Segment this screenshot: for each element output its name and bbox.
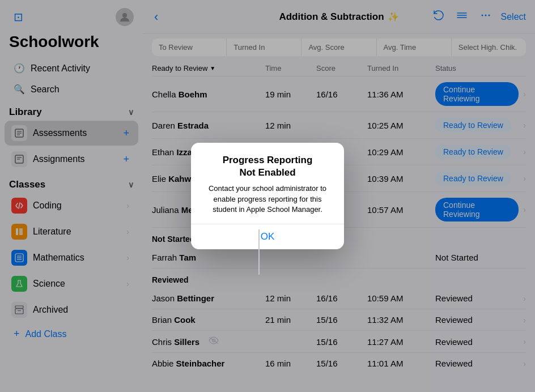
modal-ok-button[interactable]: OK: [191, 224, 344, 249]
modal-overlay: Progress ReportingNot Enabled Contact yo…: [0, 0, 535, 392]
modal-body: Progress ReportingNot Enabled Contact yo…: [191, 143, 344, 215]
modal-pointer-line: [258, 229, 260, 275]
modal-message: Contact your school administrator to ena…: [202, 184, 333, 215]
modal-title: Progress ReportingNot Enabled: [202, 154, 333, 179]
progress-reporting-modal: Progress ReportingNot Enabled Contact yo…: [191, 143, 344, 249]
